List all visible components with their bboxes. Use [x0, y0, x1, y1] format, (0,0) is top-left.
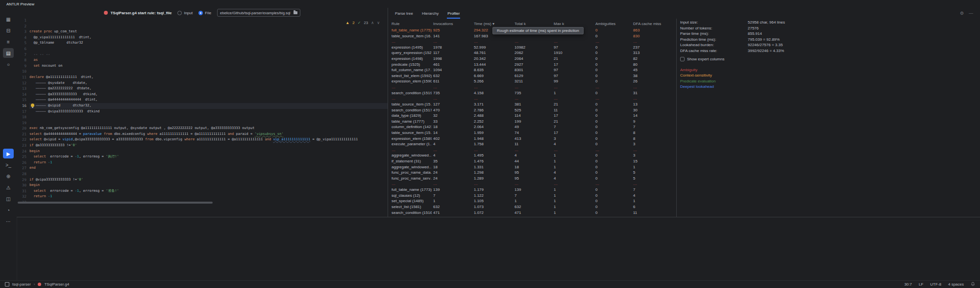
table-row[interactable]: search_condition (1516)4711.0724711011: [390, 210, 676, 216]
editor-body[interactable]: 1234567891011121314151617181920212223242…: [17, 18, 388, 217]
table-row[interactable]: execute_parameter (1…41.75811403: [390, 141, 676, 147]
table-row[interactable]: data_type (1829)322.48811417014: [390, 113, 676, 119]
git-icon[interactable]: ⊕: [3, 171, 14, 181]
breadcrumb-project[interactable]: tsql-parser: [12, 282, 31, 287]
code-line[interactable]: exec nb_com_getsysconfig @a1111111111111…: [29, 126, 388, 131]
next-issue-icon[interactable]: ∨: [377, 21, 380, 25]
code-line[interactable]: ————— @vipid dtchar32,: [29, 103, 388, 109]
code-line[interactable]: [29, 120, 388, 126]
commit-icon[interactable]: ⊟: [3, 26, 14, 35]
table-row[interactable]: if_statement (31)351.476441015: [390, 158, 676, 164]
structure-icon[interactable]: ≡: [3, 37, 14, 47]
code-line[interactable]: @p_vipa1111111111111 dtint,: [29, 35, 388, 41]
table-row[interactable]: full_table_name (1773)1391.179139107: [390, 187, 676, 193]
table-row[interactable]: table_source_item (15…1273.17138121013: [390, 102, 676, 107]
notifications-icon[interactable]: ◔: [3, 205, 14, 215]
table-row[interactable]: search_condition (1517)4702.78652511030: [390, 107, 676, 113]
folder-icon[interactable]: [294, 11, 297, 14]
checkbox-icon[interactable]: [680, 57, 685, 61]
table-row[interactable]: full_column_name (17…10948.635830197045: [390, 67, 676, 73]
tab-profiler[interactable]: Profiler: [443, 8, 464, 19]
column-header[interactable]: DFA cache miss: [632, 21, 676, 27]
code-line[interactable]: ————— @sysdate dtdate,: [29, 80, 388, 86]
code-line[interactable]: select @a44444444444444 = paravalue from…: [29, 131, 388, 137]
column-header[interactable]: Invocations: [432, 21, 472, 27]
input-radio[interactable]: Input: [177, 11, 193, 15]
table-row[interactable]: …………………: [390, 96, 676, 102]
table-row[interactable]: expression_elem (1589)4021.948413308: [390, 136, 676, 142]
code-line[interactable]: if @vipa333333333333 !='0': [29, 177, 388, 183]
prev-issue-icon[interactable]: ∧: [371, 21, 374, 25]
table-row[interactable]: select_list (1581)6321.073632106: [390, 204, 676, 210]
table-row[interactable]: expression (1498)199820.342206421082: [390, 56, 676, 62]
code-line[interactable]: return -1: [29, 160, 388, 166]
table-row[interactable]: …………………: [390, 181, 676, 187]
table-row[interactable]: expression_elem (1590)6115.266321199026: [390, 79, 676, 84]
table-row[interactable]: …………………: [390, 84, 676, 90]
code-line[interactable]: ————— @vipa333333333333 dtkind: [29, 109, 388, 115]
window-toggle-icon[interactable]: [5, 282, 9, 287]
code-line[interactable]: begin: [29, 183, 388, 188]
code-line[interactable]: [29, 46, 388, 52]
file-radio-circle[interactable]: [198, 11, 203, 15]
table-row[interactable]: table_source_item (15…141.959741708: [390, 130, 676, 136]
table-row[interactable]: search_condition (1519)7354.1587351031: [390, 90, 676, 96]
table-row[interactable]: func_proc_name_data…241.29895405: [390, 170, 676, 176]
find-icon[interactable]: ○: [3, 59, 14, 69]
table-row[interactable]: table_name (1777)332.2521992109: [390, 119, 676, 125]
column-header[interactable]: Total k: [513, 21, 552, 27]
code-line[interactable]: [29, 24, 388, 29]
antlr-preview-icon[interactable]: ▤: [3, 48, 14, 58]
file-radio[interactable]: File: [198, 11, 211, 15]
code-line[interactable]: begin: [29, 149, 388, 155]
code-line[interactable]: [29, 114, 388, 120]
code-line[interactable]: as: [29, 57, 388, 63]
code-line[interactable]: set nocount on: [29, 63, 388, 69]
code-line[interactable]: [29, 171, 388, 177]
code-line[interactable]: select errorcode = -1, errormsg = '执行!': [29, 154, 388, 160]
table-row[interactable]: sql_clauses (12)71.1227104: [390, 193, 676, 199]
expert-columns-checkbox[interactable]: Show expert columns: [680, 56, 980, 62]
more-icon[interactable]: ⋯: [3, 216, 14, 226]
file-encoding[interactable]: UTF-8: [930, 282, 941, 287]
table-row[interactable]: predicate (1525)46113.444292717080: [390, 62, 676, 68]
file-path-field[interactable]: ebelice/Github/tsql-parser/examples/big.…: [217, 9, 300, 17]
table-row[interactable]: …………………: [390, 39, 676, 45]
table-row[interactable]: column_definition (1421)182.06449707: [390, 124, 676, 130]
services-icon[interactable]: ◫: [3, 194, 14, 204]
run-icon[interactable]: ▶: [3, 149, 14, 158]
code-line[interactable]: select errorcode = -1, errormsg = '准备!': [29, 188, 388, 194]
code-line[interactable]: -- -- --: [29, 52, 388, 58]
table-row[interactable]: query_expression (1527)11748.76120621910…: [390, 50, 676, 56]
code-line[interactable]: [29, 69, 388, 75]
project-icon[interactable]: ▦: [3, 14, 14, 24]
column-header[interactable]: Rule: [390, 21, 432, 27]
code-line[interactable]: ————— @a2222222222 dtdate,: [29, 86, 388, 92]
gear-icon[interactable]: ⚙: [960, 11, 964, 16]
indent-setting[interactable]: 4 spaces: [948, 282, 964, 287]
code-line[interactable]: if @a333333333333 !='0': [29, 143, 388, 149]
terminal-icon[interactable]: >_: [3, 160, 14, 170]
problems-icon[interactable]: ⚠: [3, 183, 14, 192]
breadcrumb-file[interactable]: TSqlParser.g4: [44, 282, 69, 287]
code-line[interactable]: @p_tblname dtchar32: [29, 40, 388, 46]
code-line[interactable]: ————— @a333333333333 dtkind,: [29, 92, 388, 98]
input-radio-circle[interactable]: [177, 11, 182, 15]
table-row[interactable]: set_special (1485)11.1051101: [390, 198, 676, 204]
inspections-widget[interactable]: ▲ 2 ✓ 23 ∧ ∨: [345, 21, 380, 25]
caret-position[interactable]: 30:7: [904, 282, 912, 287]
code-line[interactable]: ————— @a44444444444444 dtint,: [29, 97, 388, 103]
table-row[interactable]: …………………: [390, 147, 676, 153]
tab-hierarchy[interactable]: Hierarchy: [418, 8, 442, 19]
line-ending[interactable]: LF: [919, 282, 923, 287]
horizontal-scrollbar[interactable]: [18, 202, 213, 204]
column-header[interactable]: Ambiguities: [594, 21, 632, 27]
intention-bulb-icon[interactable]: [31, 104, 34, 107]
code-line[interactable]: return -1: [29, 194, 388, 200]
table-row[interactable]: expression (1495)197852.99910982970237: [390, 45, 676, 51]
code-line[interactable]: declare @a1111111111111 dtint,: [29, 75, 388, 80]
code-line[interactable]: [29, 18, 388, 24]
code-line[interactable]: create proc up_com_test: [29, 29, 388, 35]
tab-parse-tree[interactable]: Parse tree: [391, 8, 417, 19]
column-header[interactable]: Time (ms) ▾: [472, 21, 513, 27]
